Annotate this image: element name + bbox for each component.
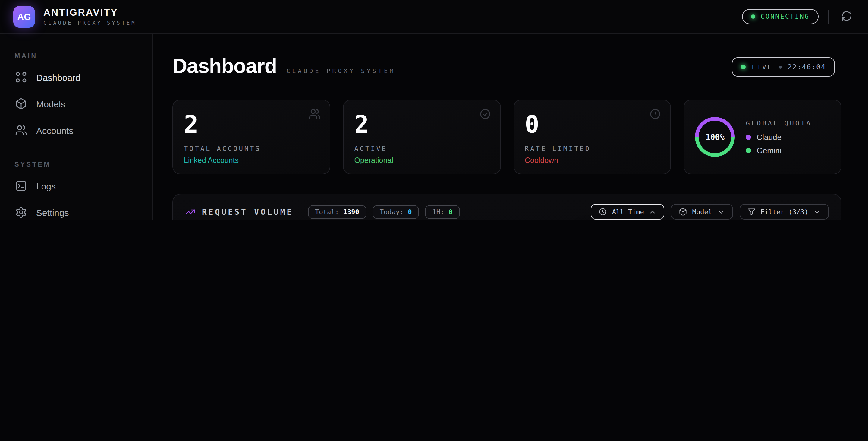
terminal-icon bbox=[15, 180, 27, 192]
stat-label: RATE LIMITED bbox=[525, 145, 660, 153]
connection-status-badge: CONNECTING bbox=[742, 9, 818, 24]
sidebar-item-label: Accounts bbox=[36, 125, 73, 136]
chart-title: REQUEST VOLUME bbox=[202, 207, 293, 216]
sidebar-item-settings[interactable]: Settings bbox=[10, 199, 142, 220]
funnel-icon bbox=[747, 208, 755, 216]
time-range-button[interactable]: All Time bbox=[591, 204, 664, 219]
sidebar-item-logs[interactable]: Logs bbox=[10, 173, 142, 199]
main-content: Dashboard CLAUDE PROXY SYSTEM LIVE 22:46… bbox=[153, 34, 868, 220]
badge-label: Today: bbox=[380, 208, 404, 216]
global-quota-card: 100%GLOBAL QUOTAClaudeGemini bbox=[684, 99, 842, 174]
stat-subtext: Linked Accounts bbox=[184, 156, 319, 165]
live-badge: LIVE 22:46:04 bbox=[732, 57, 835, 77]
volume-stat-badges: Total:1390Today:01H:0 bbox=[308, 205, 460, 219]
quota-percent: 100% bbox=[699, 121, 732, 153]
sidebar-item-accounts[interactable]: Accounts bbox=[10, 117, 142, 144]
volume-badge-total: Total:1390 bbox=[308, 205, 367, 219]
filter-button[interactable]: Filter (3/3) bbox=[739, 204, 829, 219]
chevron-up-icon bbox=[649, 208, 657, 216]
badge-label: Total: bbox=[315, 208, 339, 216]
filter-label: Filter (3/3) bbox=[761, 208, 808, 216]
quota-legend: ClaudeGemini bbox=[746, 133, 812, 155]
sidebar: MAINDashboardModelsAccountsSYSTEMLogsSet… bbox=[0, 34, 153, 220]
grid-icon bbox=[15, 71, 27, 83]
time-range-label: All Time bbox=[612, 208, 644, 216]
clock-time: 22:46:04 bbox=[787, 63, 826, 71]
stat-subtext: Cooldown bbox=[525, 156, 660, 165]
page-title: Dashboard bbox=[173, 54, 277, 78]
topbar-divider bbox=[828, 10, 829, 23]
box-icon bbox=[15, 98, 27, 110]
badge-label: 1H: bbox=[432, 208, 444, 216]
stat-subtext: Operational bbox=[354, 156, 490, 165]
chart-title-group: REQUEST VOLUME bbox=[185, 207, 293, 217]
chevron-down-icon bbox=[813, 208, 821, 216]
separator-dot-icon bbox=[778, 65, 781, 68]
users-icon bbox=[309, 108, 321, 120]
legend-dot-icon bbox=[746, 134, 751, 140]
brand: ANTIGRAVITY CLAUDE PROXY SYSTEM bbox=[43, 7, 136, 26]
model-box-icon bbox=[679, 208, 687, 216]
nav-section-label-main: MAIN bbox=[14, 52, 137, 59]
badge-value: 1390 bbox=[343, 208, 359, 216]
stat-card-active: 2ACTIVEOperational bbox=[343, 99, 501, 174]
chart-header: REQUEST VOLUME Total:1390Today:01H:0 All… bbox=[185, 204, 829, 219]
quota-label: GLOBAL QUOTA bbox=[746, 119, 812, 127]
topbar: AG ANTIGRAVITY CLAUDE PROXY SYSTEM CONNE… bbox=[0, 0, 868, 34]
sidebar-item-dashboard[interactable]: Dashboard bbox=[10, 64, 142, 90]
model-filter-label: Model bbox=[692, 208, 712, 216]
sidebar-item-models[interactable]: Models bbox=[10, 90, 142, 117]
request-volume-card: REQUEST VOLUME Total:1390Today:01H:0 All… bbox=[173, 194, 841, 220]
legend-dot-icon bbox=[746, 147, 751, 153]
quota-legend-item-gemini: Gemini bbox=[746, 146, 812, 155]
status-text: CONNECTING bbox=[761, 13, 809, 21]
badge-value: 0 bbox=[408, 208, 412, 216]
volume-badge-today: Today:0 bbox=[373, 205, 419, 219]
gear-icon bbox=[15, 206, 27, 218]
stat-value: 2 bbox=[354, 111, 490, 138]
status-dot-icon bbox=[751, 14, 755, 19]
stat-card-rate-limited: 0RATE LIMITEDCooldown bbox=[513, 99, 671, 174]
check-icon bbox=[479, 108, 491, 120]
chevron-down-icon bbox=[717, 208, 725, 216]
chart-controls: All Time Model Filter (3/3) bbox=[591, 204, 829, 219]
sidebar-item-label: Dashboard bbox=[36, 72, 81, 82]
app-window: AG ANTIGRAVITY CLAUDE PROXY SYSTEM CONNE… bbox=[0, 0, 868, 220]
refresh-icon bbox=[841, 10, 852, 23]
refresh-button[interactable] bbox=[838, 7, 855, 26]
users-icon bbox=[15, 124, 27, 136]
stat-card-total-accounts: 2TOTAL ACCOUNTSLinked Accounts bbox=[173, 99, 330, 174]
badge-value: 0 bbox=[448, 208, 453, 216]
stat-label: ACTIVE bbox=[354, 145, 490, 153]
model-filter-button[interactable]: Model bbox=[671, 204, 733, 219]
brand-subtitle: CLAUDE PROXY SYSTEM bbox=[43, 20, 136, 26]
clock-icon bbox=[599, 208, 607, 216]
sidebar-item-label: Logs bbox=[36, 181, 56, 191]
nav-section-label-system: SYSTEM bbox=[14, 160, 137, 168]
volume-badge-1h: 1H:0 bbox=[425, 205, 460, 219]
quota-ring: 100% bbox=[695, 117, 735, 157]
quota-legend-label: Claude bbox=[757, 133, 781, 142]
stats-row: 2TOTAL ACCOUNTSLinked Accounts2ACTIVEOpe… bbox=[173, 99, 841, 174]
stat-value: 2 bbox=[184, 111, 319, 138]
topbar-right: CONNECTING bbox=[742, 7, 855, 26]
page-subtitle: CLAUDE PROXY SYSTEM bbox=[286, 67, 396, 74]
app-logo: AG bbox=[13, 6, 35, 27]
live-label: LIVE bbox=[752, 63, 772, 71]
brand-title: ANTIGRAVITY bbox=[43, 7, 136, 18]
trending-up-icon bbox=[185, 207, 195, 217]
stat-label: TOTAL ACCOUNTS bbox=[184, 145, 319, 153]
quota-legend-label: Gemini bbox=[757, 146, 781, 155]
live-dot-icon bbox=[741, 64, 746, 69]
sidebar-item-label: Settings bbox=[36, 207, 69, 217]
stat-value: 0 bbox=[525, 111, 660, 138]
alert-icon bbox=[650, 108, 661, 120]
sidebar-item-label: Models bbox=[36, 99, 65, 109]
quota-legend-item-claude: Claude bbox=[746, 133, 812, 142]
